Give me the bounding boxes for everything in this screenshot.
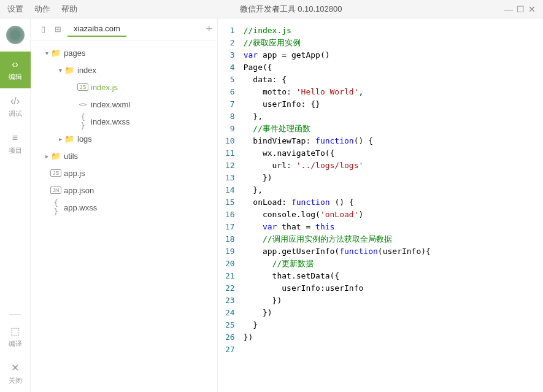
minimize-icon[interactable]: — (504, 4, 513, 14)
panel-icon[interactable]: ▯ (36, 25, 50, 34)
folder-icon: 📁 (50, 48, 61, 58)
menu-settings[interactable]: 设置 (7, 4, 23, 15)
folder-icon: 📁 (50, 152, 61, 161)
wxml-icon: <> (77, 101, 88, 109)
explorer-tab[interactable]: xiazaiba.com (67, 21, 126, 37)
tree-file-indexwxml[interactable]: <>index.wxml (31, 96, 217, 113)
line-gutter: 1234567891011121314151617181920212223242… (218, 18, 240, 392)
window-title: 微信开发者工具 0.10.102800 (77, 4, 504, 15)
maximize-icon[interactable]: ☐ (517, 4, 525, 14)
sidebar-item-debug[interactable]: ‹/› 调试 (0, 88, 31, 125)
tree-file-appjs[interactable]: JSapp.js (31, 164, 217, 182)
debug-icon: ‹/› (10, 96, 20, 107)
tree-file-indexwxss[interactable]: { }index.wxss (31, 113, 217, 130)
code-editor[interactable]: 1234567891011121314151617181920212223242… (218, 18, 543, 392)
tree-file-appjson[interactable]: JNapp.json (31, 182, 217, 199)
tree-icon[interactable]: ⊞ (50, 25, 65, 34)
json-icon: JN (50, 186, 61, 194)
x-icon: ✕ (11, 362, 19, 374)
sidebar-item-edit[interactable]: ‹› 编辑 (0, 52, 31, 88)
js-icon: JS (50, 169, 61, 177)
wxss-icon: { } (50, 199, 61, 216)
tree-file-appwxss[interactable]: { }app.wxss (31, 199, 217, 216)
tree-folder-index[interactable]: ▾📁index (31, 61, 217, 79)
avatar[interactable] (6, 26, 25, 44)
compile-icon: ⬚ (10, 325, 20, 337)
menu-actions[interactable]: 动作 (34, 4, 50, 15)
wxss-icon: { } (77, 113, 88, 130)
tree-folder-pages[interactable]: ▾📁pages (31, 44, 217, 61)
folder-icon: 📁 (64, 66, 75, 75)
js-icon: JS (77, 83, 88, 91)
add-tab-icon[interactable]: + (206, 23, 212, 36)
file-explorer: ▯ ⊞ xiazaiba.com + ▾📁pages ▾📁index JSind… (31, 18, 218, 392)
titlebar: 设置 动作 帮助 微信开发者工具 0.10.102800 — ☐ ✕ (0, 0, 543, 18)
list-icon: ≡ (12, 133, 18, 144)
close-icon[interactable]: ✕ (528, 4, 536, 14)
sidebar-item-close[interactable]: ✕ 关闭 (0, 355, 31, 392)
sidebar: ‹› 编辑 ‹/› 调试 ≡ 项目 ⬚ 编译 ✕ 关闭 (0, 18, 31, 392)
code-content[interactable]: //index.js//获取应用实例var app = getApp()Page… (240, 18, 543, 392)
tree-file-indexjs[interactable]: JSindex.js (31, 79, 217, 96)
sidebar-item-project[interactable]: ≡ 项目 (0, 125, 31, 162)
tree-folder-utils[interactable]: ▸📁utils (31, 147, 217, 164)
file-tree: ▾📁pages ▾📁index JSindex.js <>index.wxml … (31, 40, 217, 392)
tree-folder-logs[interactable]: ▸📁logs (31, 130, 217, 147)
code-icon: ‹› (12, 59, 18, 70)
folder-icon: 📁 (64, 134, 75, 144)
menu-help[interactable]: 帮助 (61, 4, 77, 15)
sidebar-item-compile[interactable]: ⬚ 编译 (0, 318, 31, 355)
